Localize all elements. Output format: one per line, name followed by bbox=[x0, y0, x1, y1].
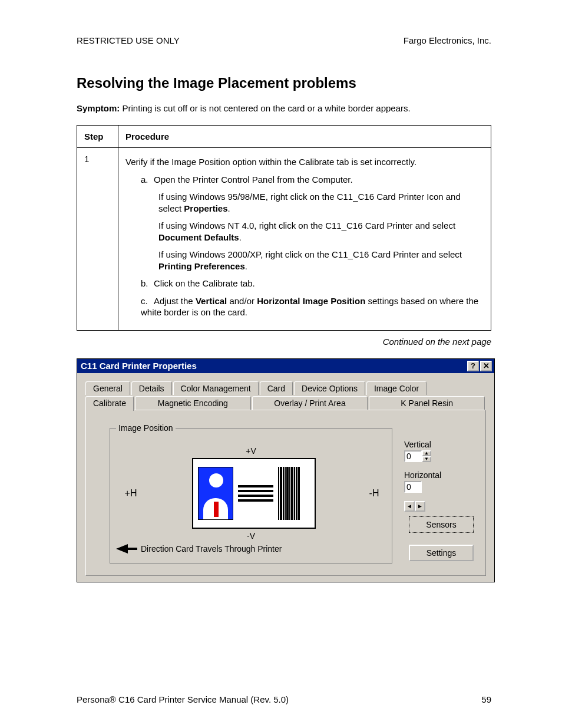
step-number: 1 bbox=[77, 148, 118, 331]
help-button[interactable]: ? bbox=[467, 361, 479, 371]
tab-row-1: General Details Color Management Card De… bbox=[85, 381, 486, 395]
footer-page: 59 bbox=[481, 694, 491, 704]
close-icon: ✕ bbox=[483, 362, 490, 370]
tab-device-options[interactable]: Device Options bbox=[294, 381, 365, 395]
vertical-input[interactable] bbox=[404, 450, 422, 462]
plus-v-label: +V bbox=[116, 446, 386, 456]
tab-calibrate[interactable]: Calibrate bbox=[85, 396, 134, 411]
group-label: Image Position bbox=[116, 423, 176, 433]
calibrate-panel: Image Position +V +H bbox=[85, 410, 486, 576]
continued-note: Continued on the next page bbox=[77, 337, 491, 347]
image-position-group: Image Position +V +H bbox=[110, 428, 392, 564]
tab-details[interactable]: Details bbox=[131, 381, 172, 395]
close-button[interactable]: ✕ bbox=[480, 361, 492, 371]
tab-card[interactable]: Card bbox=[260, 381, 293, 395]
direction-label: Direction Card Travels Through Printer bbox=[141, 544, 282, 554]
minus-h-label: -H bbox=[362, 488, 386, 499]
plus-h-label: +H bbox=[116, 488, 146, 499]
page-header: RESTRICTED USE ONLY Fargo Electronics, I… bbox=[77, 35, 491, 45]
portrait-icon bbox=[198, 467, 233, 520]
procedure-table: Step Procedure 1 Verify if the Image Pos… bbox=[77, 125, 491, 331]
step-b: b.Click on the Calibrate tab. bbox=[125, 278, 484, 289]
dialog-titlebar: C11 Card Printer Properties ? ✕ bbox=[77, 359, 494, 373]
proc-intro: Verify if the Image Position option with… bbox=[125, 156, 484, 168]
vertical-label: Vertical bbox=[404, 440, 441, 449]
symptom-text: Printing is cut off or is not centered o… bbox=[120, 103, 410, 113]
direction-row: Direction Card Travels Through Printer bbox=[116, 544, 386, 554]
step-a: a.Open the Printer Control Panel from th… bbox=[125, 174, 484, 186]
position-controls: Vertical ▲▼ Horizontal ◄ ► bbox=[404, 440, 441, 512]
dialog-title: C11 Card Printer Properties bbox=[81, 361, 466, 371]
settings-button[interactable]: Settings bbox=[409, 545, 474, 561]
symptom-line: Symptom: Printing is cut off or is not c… bbox=[77, 103, 491, 113]
step-a-sub1: If using Windows 95/98/ME, right click o… bbox=[125, 191, 484, 214]
tab-general[interactable]: General bbox=[85, 381, 130, 395]
horizontal-label: Horizontal bbox=[404, 470, 441, 480]
step-a-sub3: If using Windows 2000/XP, right click on… bbox=[125, 249, 484, 272]
tab-magnetic-encoding[interactable]: Magnetic Encoding bbox=[135, 396, 251, 410]
tab-strip: General Details Color Management Card De… bbox=[85, 381, 486, 576]
card-preview bbox=[192, 458, 316, 529]
footer-left: Persona® C16 Card Printer Service Manual… bbox=[77, 694, 289, 704]
header-right: Fargo Electronics, Inc. bbox=[404, 35, 491, 45]
header-left: RESTRICTED USE ONLY bbox=[77, 35, 180, 45]
text-lines-icon bbox=[238, 485, 273, 502]
tab-color-management[interactable]: Color Management bbox=[173, 381, 259, 395]
procedure-cell: Verify if the Image Position option with… bbox=[118, 148, 491, 331]
tab-overlay-print-area[interactable]: Overlay / Print Area bbox=[252, 396, 368, 410]
horizontal-right-button[interactable]: ► bbox=[415, 501, 425, 512]
sensors-button[interactable]: Sensors bbox=[409, 516, 474, 533]
barcode-icon bbox=[278, 467, 300, 520]
help-icon: ? bbox=[471, 362, 475, 370]
arrow-left-icon bbox=[116, 544, 128, 554]
page-title: Resolving the Image Placement problems bbox=[77, 75, 491, 91]
vertical-spin-up[interactable]: ▲ bbox=[422, 450, 431, 456]
col-procedure: Procedure bbox=[118, 126, 491, 148]
step-a-sub2: If using Windows NT 4.0, right click on … bbox=[125, 220, 484, 243]
minus-v-label: -V bbox=[116, 531, 386, 541]
properties-dialog: C11 Card Printer Properties ? ✕ General … bbox=[77, 358, 495, 582]
tab-row-2: Calibrate Magnetic Encoding Overlay / Pr… bbox=[85, 396, 486, 410]
horizontal-input[interactable] bbox=[404, 481, 422, 493]
horizontal-left-button[interactable]: ◄ bbox=[404, 501, 415, 512]
tab-image-color[interactable]: Image Color bbox=[366, 381, 427, 395]
step-c: c.Adjust the Vertical and/or Horizontal … bbox=[125, 295, 484, 318]
tab-k-panel-resin[interactable]: K Panel Resin bbox=[369, 396, 485, 410]
col-step: Step bbox=[77, 126, 118, 148]
vertical-spin-down[interactable]: ▼ bbox=[422, 456, 431, 462]
page-footer: Persona® C16 Card Printer Service Manual… bbox=[77, 694, 491, 704]
symptom-label: Symptom: bbox=[77, 103, 120, 113]
